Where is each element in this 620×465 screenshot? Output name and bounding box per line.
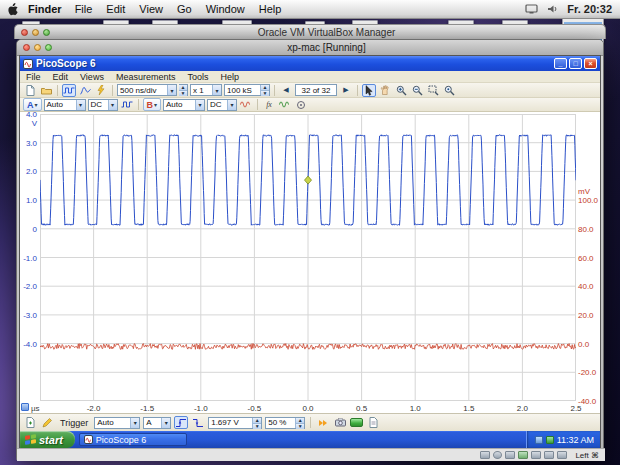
samples-field[interactable]: 100 kS ▲▼ xyxy=(224,84,270,96)
pre-trigger-spinner[interactable]: ▲▼ xyxy=(295,418,304,428)
right-axis-tick: 0.0 xyxy=(578,339,589,348)
samples-spinner[interactable]: ▲▼ xyxy=(260,85,269,95)
picoscope-titlebar[interactable]: PicoScope 6 _ □ × xyxy=(20,56,600,71)
pre-trigger-field[interactable]: 50 % ▲▼ xyxy=(265,417,305,429)
network-status-icon[interactable] xyxy=(518,451,528,459)
notes-button[interactable] xyxy=(366,416,380,429)
marquee-zoom-tool-button[interactable] xyxy=(426,84,440,97)
measurements-add-button[interactable] xyxy=(23,416,37,429)
rising-edge-icon xyxy=(175,418,187,428)
mac-menu-item[interactable]: View xyxy=(139,3,163,15)
camera-icon xyxy=(335,418,346,427)
picoscope-menu-item[interactable]: Tools xyxy=(181,72,214,82)
vm-window: xp-mac [Running] PicoScope 6 _ □ × FileE… xyxy=(16,39,604,460)
displays-menu-icon[interactable] xyxy=(525,4,538,14)
scope-graph-area[interactable]: 4.03.02.01.00-1.0-2.0-3.0-4.0V 100.080.0… xyxy=(20,112,600,413)
spectrum-view-button[interactable] xyxy=(78,84,92,97)
minimize-button[interactable]: _ xyxy=(554,58,567,69)
mac-menu-item[interactable]: Window xyxy=(206,3,245,15)
channel-a-range-select[interactable]: Auto ▾ xyxy=(44,99,86,111)
right-axis: 100.080.060.040.020.00.0-20.0-40.0mV xyxy=(577,112,600,413)
zoom-full-button[interactable] xyxy=(442,84,456,97)
volume-menu-icon[interactable] xyxy=(547,4,558,14)
open-file-button[interactable] xyxy=(39,84,53,97)
close-button[interactable]: × xyxy=(584,58,597,69)
timebase-select[interactable]: 500 ns/div ▾ xyxy=(117,84,177,96)
picoscope-menu-item[interactable]: Edit xyxy=(47,72,75,82)
taskbar-button-picoscope[interactable]: PicoScope 6 xyxy=(79,433,187,446)
mac-menu-item[interactable]: Edit xyxy=(106,3,125,15)
channel-b-range-select[interactable]: Auto ▾ xyxy=(163,99,205,111)
spin-down-icon[interactable]: ▼ xyxy=(179,91,187,96)
picoscope-trigger-toolbar: Trigger Auto ▾ A ▾ 1.697 V ▲▼ 50 % ▲▼ xyxy=(20,413,600,431)
buffer-position-field[interactable]: 32 of 32 xyxy=(295,84,337,96)
start-button[interactable]: start xyxy=(20,431,75,448)
menubar-clock[interactable]: Fr. 20:32 xyxy=(567,3,612,15)
spin-down-icon[interactable]: ▼ xyxy=(296,424,304,429)
vm-window-controls[interactable] xyxy=(23,44,52,51)
manager-window-controls[interactable] xyxy=(21,29,50,36)
picoscope-menu-item[interactable]: Views xyxy=(74,72,110,82)
spin-down-icon[interactable]: ▼ xyxy=(261,91,269,96)
tray-icon-display[interactable] xyxy=(535,436,543,444)
persistence-mode-button[interactable] xyxy=(94,84,108,97)
usb-status-icon[interactable] xyxy=(531,451,541,459)
scope-view-button[interactable] xyxy=(62,84,76,97)
math-channels-button[interactable]: fx xyxy=(262,98,276,111)
active-app-menu[interactable]: Finder xyxy=(28,3,62,15)
channel-a-coupling-select[interactable]: DC ▾ xyxy=(88,99,118,111)
timebase-spinner[interactable]: ▲▼ xyxy=(179,84,188,96)
shared-folders-status-icon[interactable] xyxy=(544,451,554,459)
trigger-threshold-field[interactable]: 1.697 V ▲▼ xyxy=(208,417,262,429)
x-axis-tick: 0.0 xyxy=(302,404,313,413)
rising-edge-button[interactable] xyxy=(174,416,188,429)
picoscope-menu-item[interactable]: Measurements xyxy=(110,72,182,82)
new-capture-button[interactable] xyxy=(23,84,37,97)
next-buffer-button[interactable]: ▶ xyxy=(339,84,353,97)
dropdown-arrow-icon: ▾ xyxy=(161,418,170,428)
picoscope-menu-item[interactable]: File xyxy=(20,72,47,82)
signal-generator-button[interactable] xyxy=(278,98,292,111)
x-axis-scroll-handle[interactable] xyxy=(21,403,29,411)
save-on-trigger-button[interactable] xyxy=(333,416,347,429)
vm-window-titlebar[interactable]: xp-mac [Running] xyxy=(17,40,603,56)
mac-menu-item[interactable]: Help xyxy=(259,3,282,15)
host-key-label: Left ⌘ xyxy=(575,451,599,460)
falling-edge-button[interactable] xyxy=(191,416,205,429)
threshold-spinner[interactable]: ▲▼ xyxy=(252,418,261,428)
zoom-in-tool-button[interactable] xyxy=(394,84,408,97)
display-status-icon[interactable] xyxy=(557,451,567,459)
zoom-in-icon xyxy=(396,85,407,96)
probes-button[interactable] xyxy=(294,98,308,111)
previous-buffer-button[interactable]: ◀ xyxy=(279,84,293,97)
channel-b-options-button[interactable] xyxy=(239,98,253,111)
mac-menu-item[interactable]: Go xyxy=(177,3,192,15)
select-tool-button[interactable] xyxy=(362,84,376,97)
rapid-trigger-button[interactable] xyxy=(316,416,330,429)
measurements-edit-button[interactable] xyxy=(40,416,54,429)
signal-generator-icon xyxy=(279,100,291,109)
maximize-button[interactable]: □ xyxy=(569,58,582,69)
channel-a-options-button[interactable] xyxy=(120,98,134,111)
channel-b-button[interactable]: B ▾ xyxy=(143,98,162,111)
pan-tool-button[interactable] xyxy=(378,84,392,97)
spin-down-icon[interactable]: ▼ xyxy=(253,424,261,429)
vbox-manager-titlebar[interactable]: Oracle VM VirtualBox Manager xyxy=(14,24,606,39)
trigger-marker[interactable] xyxy=(305,176,312,184)
trigger-mode-value: Auto xyxy=(95,418,130,428)
zoom-out-tool-button[interactable] xyxy=(410,84,424,97)
floppy-status-icon[interactable] xyxy=(505,451,515,459)
trigger-source-select[interactable]: A ▾ xyxy=(143,417,171,429)
zoom-factor-select[interactable]: x 1 ▾ xyxy=(190,84,222,96)
x-axis-tick: -1.0 xyxy=(194,404,208,413)
trigger-mode-select[interactable]: Auto ▾ xyxy=(94,417,140,429)
picoscope-menu-item[interactable]: Help xyxy=(214,72,245,82)
cursor-arrow-icon xyxy=(365,85,373,96)
apple-menu[interactable] xyxy=(8,3,19,16)
hdd-status-icon[interactable] xyxy=(480,451,490,459)
mac-menu-item[interactable]: File xyxy=(75,3,93,15)
channel-b-coupling-select[interactable]: DC ▾ xyxy=(207,99,237,111)
scope-plot[interactable] xyxy=(40,114,576,401)
cd-status-icon[interactable] xyxy=(493,451,502,459)
tray-icon-status[interactable] xyxy=(546,436,554,444)
